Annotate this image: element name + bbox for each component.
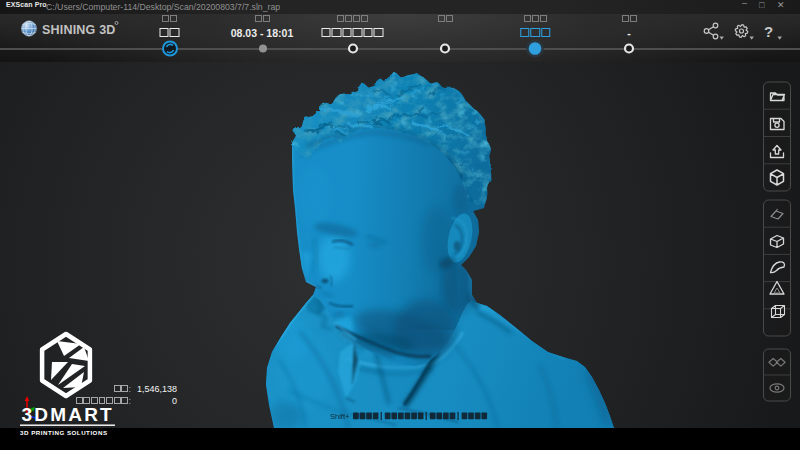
svg-text:3D PRINTING SOLUTIONS: 3D PRINTING SOLUTIONS [20, 429, 108, 436]
svg-text:3DMART: 3DMART [22, 404, 114, 425]
